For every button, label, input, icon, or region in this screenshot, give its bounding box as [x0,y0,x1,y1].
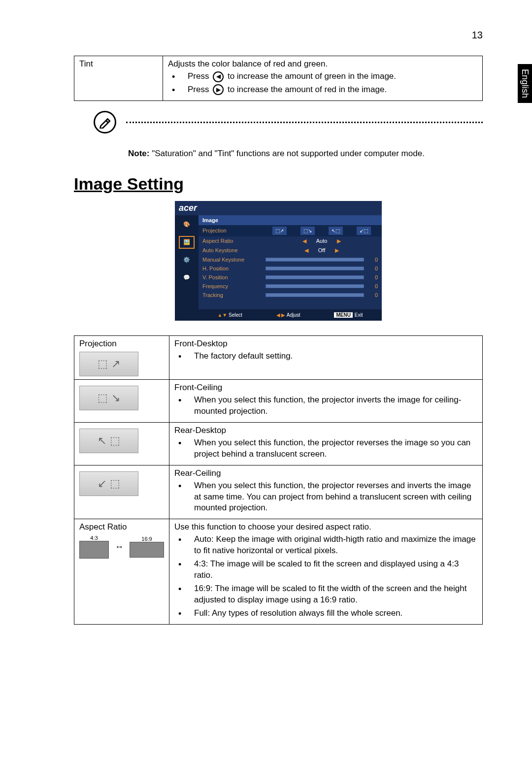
osd-num: 0 [368,265,378,271]
osd-slider [266,284,364,288]
left-tri-icon: ◀ [304,247,308,254]
osd-num: 0 [368,274,378,280]
osd-hpos-label: H. Position [202,265,262,271]
right-arrow-icon: ▶ [213,84,224,95]
tint-table: Tint Adjusts the color balance of red an… [74,56,483,101]
projection-table: Projection ⬚ ↗ Front-Desktop The factory… [74,335,483,625]
osd-aspect-label: Aspect Ratio [202,238,262,244]
osd-slider [266,293,364,297]
right-tri-icon: ▶ [337,238,341,244]
projection-label-cell: Projection ⬚ ↗ [74,335,169,379]
tint-desc-cell: Adjusts the color balance of red and gre… [163,56,483,101]
note-text: Note: "Saturation" and "Tint" functions … [128,148,483,160]
page-number: 13 [74,30,483,41]
aspect-ratio-thumb: 4:3 ↔ 16:9 [79,535,164,559]
osd-num: 0 [368,292,378,298]
tint-desc: Adjusts the color balance of red and gre… [168,59,477,69]
osd-manualkeystone-label: Manual Keystone [202,257,262,263]
osd-autokeystone-value: Off [318,247,325,253]
osd-projection-icons: ⬚↗ ⬚↘ ↖⬚ ↙⬚ [266,227,378,235]
right-tri-icon: ▶ [335,247,339,254]
osd-language-icon: 💬 [180,272,194,283]
osd-autokeystone-label: Auto Keystone [202,247,262,253]
osd-title: Image [199,215,382,225]
osd-projection-label: Projection [202,228,262,233]
tint-bullet-green: Press ◀ to increase the amount of green … [168,71,477,82]
osd-vpos-label: V. Position [202,274,262,280]
swap-arrow-icon: ↔ [115,542,124,552]
osd-tracking-label: Tracking [202,292,262,298]
osd-image-icon: 🖼️ [180,237,194,248]
section-heading: Image Setting [74,174,483,194]
note-icon [94,111,116,133]
osd-slider [266,266,364,270]
osd-brand: acer [175,201,382,215]
note-divider-row [94,111,483,133]
projection-desc-cell: Front-Desktop The factory default settin… [169,335,483,379]
osd-slider [266,275,364,279]
osd-menu: acer 🎨 🖼️ ⚙️ 💬 Image Projection ⬚↗ ⬚↘ ↖⬚… [175,201,382,321]
osd-slider [266,258,364,262]
osd-footer: ▲▼ Select ◀ ▶ Adjust MENUExit [199,309,382,321]
proj-front-desktop-icon: ⬚↗ [272,227,287,235]
proj-front-ceiling-icon: ⬚↘ [300,227,315,235]
proj-rear-ceiling-icon: ↙⬚ [357,227,371,235]
osd-aspect-value: Auto [316,238,328,244]
osd-management-icon: ⚙️ [180,255,194,265]
proj-front-ceiling-thumb: ⬚ ↘ [79,386,138,410]
language-tab: English [518,64,532,103]
proj-front-desktop-thumb: ⬚ ↗ [79,352,138,376]
proj-rear-desktop-thumb: ↖ ⬚ [79,429,138,453]
tint-label: Tint [74,56,163,101]
osd-sidebar: 🎨 🖼️ ⚙️ 💬 [175,215,199,321]
proj-rear-desktop-icon: ↖⬚ [329,227,343,235]
osd-num: 0 [368,283,378,289]
osd-num: 0 [368,257,378,263]
proj-rear-ceiling-thumb: ↙ ⬚ [79,471,138,496]
left-tri-icon: ◀ [302,238,306,244]
osd-color-icon: 🎨 [180,219,194,230]
tint-bullet-red: Press ▶ to increase the amount of red in… [168,84,477,96]
osd-frequency-label: Frequency [202,283,262,289]
aspect-ratio-label-cell: Aspect Ratio 4:3 ↔ 16:9 [74,519,169,625]
dotted-divider [126,122,483,123]
left-arrow-icon: ◀ [213,71,224,82]
